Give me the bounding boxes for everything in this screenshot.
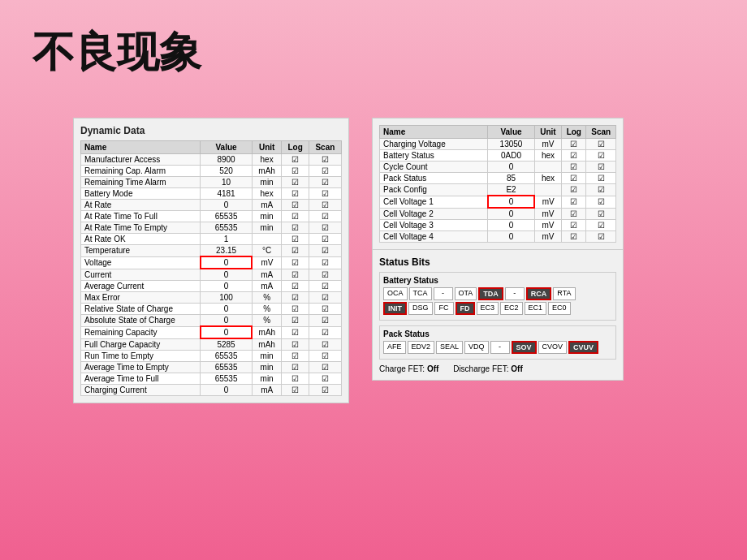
left-row-value: 0 bbox=[201, 281, 252, 292]
battery-bit-row2-cell: EC1 bbox=[525, 302, 547, 315]
charge-fet-value: Off bbox=[427, 364, 438, 373]
left-row-log[interactable]: ☑ bbox=[282, 373, 309, 385]
right-header-unit: Unit bbox=[534, 126, 561, 139]
left-row-scan[interactable]: ☑ bbox=[309, 292, 341, 304]
right-row-scan[interactable]: ☑ bbox=[586, 139, 616, 150]
right-row-log[interactable]: ☑ bbox=[562, 139, 586, 150]
left-row-log[interactable]: ☑ bbox=[282, 200, 309, 211]
battery-bit-row1-cell: - bbox=[505, 287, 525, 300]
left-row-unit bbox=[252, 234, 282, 245]
left-row-log[interactable]: ☑ bbox=[282, 326, 309, 338]
left-row-log[interactable]: ☑ bbox=[282, 281, 309, 292]
left-row-value: 65535 bbox=[201, 211, 252, 222]
left-row-scan[interactable]: ☑ bbox=[309, 269, 341, 281]
left-row-scan[interactable]: ☑ bbox=[309, 281, 341, 292]
left-row-scan[interactable]: ☑ bbox=[309, 351, 341, 362]
right-row-scan[interactable]: ☑ bbox=[586, 220, 616, 231]
right-row-log[interactable]: ☑ bbox=[562, 196, 586, 208]
left-row-scan[interactable]: ☑ bbox=[309, 222, 341, 234]
battery-row1: OCATCA-OTATDA-RCARTA bbox=[383, 287, 612, 300]
left-row-log[interactable]: ☑ bbox=[282, 351, 309, 362]
left-row-name: Average Current bbox=[81, 281, 201, 292]
pack-status-title: Pack Status bbox=[383, 330, 612, 338]
left-row-name: Charging Current bbox=[81, 385, 201, 396]
pack-bit-row1-cell: - bbox=[490, 341, 510, 354]
table-row: Average Current0mA☑☑ bbox=[81, 281, 342, 292]
left-row-scan[interactable]: ☑ bbox=[309, 166, 341, 177]
left-header-value: Value bbox=[201, 141, 252, 154]
right-row-value: 0 bbox=[488, 231, 535, 243]
right-header-value: Value bbox=[488, 126, 535, 139]
left-row-scan[interactable]: ☑ bbox=[309, 245, 341, 257]
right-row-name: Cell Voltage 3 bbox=[380, 220, 488, 231]
left-row-log[interactable]: ☑ bbox=[282, 234, 309, 245]
left-row-value: 65535 bbox=[201, 222, 252, 234]
left-row-scan[interactable]: ☑ bbox=[309, 177, 341, 188]
battery-bit-row2-cell: EC2 bbox=[500, 302, 523, 315]
left-row-log[interactable]: ☑ bbox=[282, 256, 309, 269]
left-row-name: Absolute State of Charge bbox=[81, 315, 201, 327]
left-row-log[interactable]: ☑ bbox=[282, 211, 309, 222]
right-header-scan: Scan bbox=[586, 126, 616, 139]
left-header-unit: Unit bbox=[252, 141, 282, 154]
left-row-value: 0 bbox=[201, 326, 252, 338]
right-row-log[interactable]: ☑ bbox=[562, 231, 586, 243]
left-header-name: Name bbox=[81, 141, 201, 154]
left-row-value: 0 bbox=[201, 304, 252, 315]
right-row-name: Cell Voltage 4 bbox=[380, 231, 488, 243]
left-row-log[interactable]: ☑ bbox=[282, 154, 309, 166]
left-row-log[interactable]: ☑ bbox=[282, 166, 309, 177]
left-row-log[interactable]: ☑ bbox=[282, 177, 309, 188]
left-row-log[interactable]: ☑ bbox=[282, 292, 309, 304]
right-row-log[interactable]: ☑ bbox=[562, 220, 586, 231]
left-row-log[interactable]: ☑ bbox=[282, 385, 309, 396]
left-row-scan[interactable]: ☑ bbox=[309, 256, 341, 269]
left-row-log[interactable]: ☑ bbox=[282, 188, 309, 200]
left-row-scan[interactable]: ☑ bbox=[309, 326, 341, 338]
right-row-log[interactable]: ☑ bbox=[562, 184, 586, 196]
right-row-log[interactable]: ☑ bbox=[562, 150, 586, 162]
left-row-scan[interactable]: ☑ bbox=[309, 362, 341, 373]
left-row-log[interactable]: ☑ bbox=[282, 245, 309, 257]
table-row: Cycle Count0☑☑ bbox=[380, 162, 616, 173]
left-header-scan: Scan bbox=[309, 141, 341, 154]
right-row-scan[interactable]: ☑ bbox=[586, 208, 616, 220]
right-row-log[interactable]: ☑ bbox=[562, 162, 586, 173]
table-row: Average Time to Full65535min☑☑ bbox=[81, 373, 342, 385]
charge-fet-label: Charge FET: Off bbox=[379, 364, 438, 373]
left-row-log[interactable]: ☑ bbox=[282, 315, 309, 327]
left-row-log[interactable]: ☑ bbox=[282, 222, 309, 234]
right-row-log[interactable]: ☑ bbox=[562, 208, 586, 220]
left-row-scan[interactable]: ☑ bbox=[309, 338, 341, 351]
left-row-name: At Rate OK bbox=[81, 234, 201, 245]
right-row-scan[interactable]: ☑ bbox=[586, 184, 616, 196]
left-row-value: 0 bbox=[201, 385, 252, 396]
right-row-scan[interactable]: ☑ bbox=[586, 162, 616, 173]
table-row: At Rate Time To Empty65535min☑☑ bbox=[81, 222, 342, 234]
left-panel-title: Dynamic Data bbox=[80, 125, 342, 136]
left-row-name: Full Charge Capacity bbox=[81, 338, 201, 351]
left-row-scan[interactable]: ☑ bbox=[309, 304, 341, 315]
left-row-scan[interactable]: ☑ bbox=[309, 315, 341, 327]
left-row-scan[interactable]: ☑ bbox=[309, 234, 341, 245]
left-row-unit: min bbox=[252, 177, 282, 188]
left-row-log[interactable]: ☑ bbox=[282, 338, 309, 351]
left-row-log[interactable]: ☑ bbox=[282, 362, 309, 373]
left-data-panel: Dynamic Data Name Value Unit Log Scan Ma… bbox=[73, 118, 349, 403]
right-row-scan[interactable]: ☑ bbox=[586, 150, 616, 162]
left-row-scan[interactable]: ☑ bbox=[309, 154, 341, 166]
right-row-scan[interactable]: ☑ bbox=[586, 173, 616, 184]
left-row-scan[interactable]: ☑ bbox=[309, 188, 341, 200]
left-row-scan[interactable]: ☑ bbox=[309, 385, 341, 396]
left-row-name: Temperature bbox=[81, 245, 201, 257]
left-row-scan[interactable]: ☑ bbox=[309, 373, 341, 385]
right-row-scan[interactable]: ☑ bbox=[586, 231, 616, 243]
right-row-log[interactable]: ☑ bbox=[562, 173, 586, 184]
battery-bit-row2-cell: INIT bbox=[383, 302, 407, 315]
left-row-scan[interactable]: ☑ bbox=[309, 211, 341, 222]
right-row-scan[interactable]: ☑ bbox=[586, 196, 616, 208]
left-row-scan[interactable]: ☑ bbox=[309, 200, 341, 211]
left-row-log[interactable]: ☑ bbox=[282, 269, 309, 281]
pack-bit-row1-cell: CVOV bbox=[538, 341, 568, 354]
left-row-log[interactable]: ☑ bbox=[282, 304, 309, 315]
